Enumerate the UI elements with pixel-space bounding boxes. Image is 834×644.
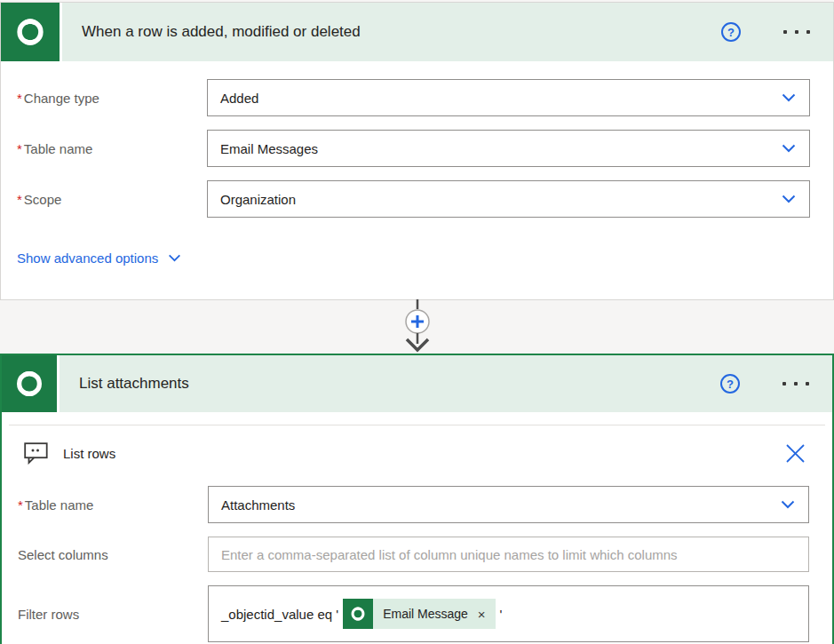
dataverse-swirl-icon: [11, 365, 48, 402]
dynamic-content-token[interactable]: Email Message ×: [343, 599, 495, 629]
trigger-card: When a row is added, modified or deleted…: [0, 2, 834, 300]
list-rows-label: List rows: [63, 446, 783, 461]
show-advanced-options-link[interactable]: Show advanced options: [17, 250, 181, 266]
change-type-dropdown[interactable]: Added: [207, 79, 810, 116]
insert-step-button[interactable]: [396, 299, 439, 354]
comment-icon: [24, 442, 48, 465]
token-body: Email Message ×: [373, 599, 495, 629]
chevron-down-icon: [781, 500, 795, 509]
dataverse-icon: [1, 3, 60, 61]
help-icon[interactable]: ?: [720, 374, 740, 394]
trigger-header-bar: When a row is added, modified or deleted…: [62, 3, 833, 61]
dataverse-swirl-icon: [348, 604, 368, 624]
filter-rows-label: Filter rows: [18, 607, 208, 622]
select-columns-field: [208, 537, 809, 572]
trigger-parameters: *Change type Added *Table name Email Mes…: [1, 61, 833, 266]
scope-label: *Scope: [17, 192, 207, 207]
field-row-change-type: *Change type Added: [17, 79, 810, 116]
action-card-header[interactable]: List attachments ?: [2, 355, 832, 412]
change-type-value: Added: [220, 91, 258, 106]
chevron-down-icon: [782, 195, 796, 203]
close-icon[interactable]: [783, 441, 807, 465]
more-options-icon[interactable]: [783, 25, 810, 39]
required-marker: *: [18, 497, 25, 513]
field-row-table-name: *Table name Email Messages: [17, 130, 810, 167]
select-columns-input[interactable]: [221, 547, 796, 562]
advanced-options-label: Show advanced options: [17, 250, 158, 266]
table-name-label: *Table name: [18, 497, 208, 513]
change-type-label: *Change type: [17, 91, 207, 106]
section-divider: [9, 425, 825, 425]
remove-token-icon[interactable]: ×: [478, 608, 486, 621]
filter-rows-input[interactable]: _objectid_value eq ' Email Message × ': [208, 585, 809, 642]
table-name-dropdown[interactable]: Attachments: [208, 486, 809, 523]
chevron-down-icon: [782, 93, 796, 102]
table-name-label: *Table name: [17, 141, 207, 156]
action-card: List attachments ? List rows *Table name…: [0, 354, 834, 644]
trigger-card-header[interactable]: When a row is added, modified or deleted…: [1, 3, 833, 61]
dataverse-icon: [343, 599, 373, 629]
required-marker: *: [17, 192, 24, 207]
field-row-scope: *Scope Organization: [17, 180, 810, 218]
dataverse-swirl-icon: [11, 12, 50, 52]
field-row-filter-rows: Filter rows _objectid_value eq ' Email M…: [18, 585, 809, 642]
action-parameters: *Table name Attachments Select columns F…: [2, 473, 832, 642]
more-options-icon[interactable]: [782, 377, 809, 391]
field-row-select-columns: Select columns: [18, 537, 809, 572]
table-name-value: Email Messages: [220, 141, 318, 156]
filter-expression-prefix: _objectid_value eq ': [221, 607, 338, 622]
help-icon[interactable]: ?: [721, 22, 741, 42]
chevron-down-icon: [782, 144, 796, 153]
action-title: List attachments: [79, 375, 720, 393]
token-text: Email Message: [383, 607, 468, 621]
scope-dropdown[interactable]: Organization: [207, 180, 810, 218]
scope-value: Organization: [220, 192, 296, 207]
required-marker: *: [17, 91, 24, 106]
chevron-down-icon: [168, 254, 181, 262]
list-rows-step-row: List rows: [24, 433, 807, 473]
field-row-table-name: *Table name Attachments: [18, 486, 809, 523]
step-connector: [0, 299, 834, 354]
trigger-title: When a row is added, modified or deleted: [82, 23, 721, 41]
filter-expression-suffix: ': [500, 607, 503, 622]
action-header-bar: List attachments ?: [60, 355, 832, 412]
table-name-dropdown[interactable]: Email Messages: [207, 130, 810, 167]
required-marker: *: [17, 141, 24, 156]
dataverse-icon: [2, 355, 57, 412]
select-columns-label: Select columns: [18, 547, 208, 562]
table-name-value: Attachments: [221, 497, 295, 513]
